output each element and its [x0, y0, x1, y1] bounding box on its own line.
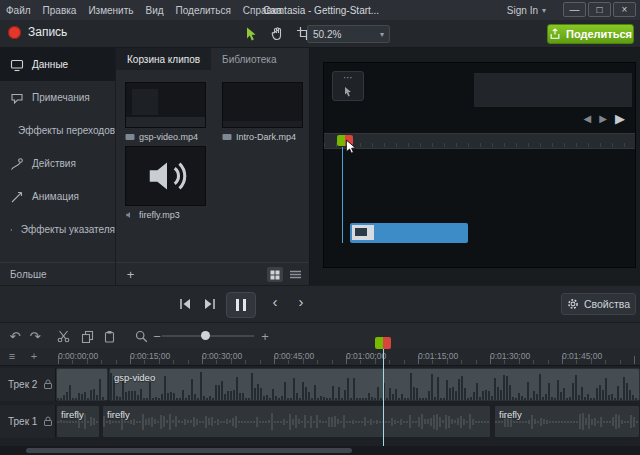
track-header-1[interactable]: Трек 1 — [0, 405, 56, 438]
paste-button[interactable] — [100, 328, 118, 344]
menu-share[interactable]: Поделиться — [170, 0, 237, 20]
ruler-label: 0:00:30;00 — [202, 351, 242, 361]
mouse-cursor — [345, 139, 357, 154]
close-button[interactable]: × — [613, 2, 636, 17]
menu-view[interactable]: Вид — [139, 0, 169, 20]
toolbar: Запись 50.2% ▾ Поделиться — [0, 20, 640, 48]
sidebar-item-label: Эффекты переходов — [18, 125, 115, 136]
media-thumb-firefly[interactable] — [125, 146, 206, 206]
sidebar: Данные Примечания Эффекты переходов Дейс… — [0, 48, 116, 285]
copy-icon — [81, 330, 94, 343]
scrollbar-handle[interactable] — [26, 448, 352, 453]
more-label: Больше — [10, 269, 47, 280]
maximize-button[interactable]: □ — [588, 2, 611, 17]
clip-label: firefly — [499, 409, 522, 420]
sidebar-item-animations[interactable]: Анимация — [0, 180, 115, 213]
video-preview[interactable]: ⋯ ◀ ▶ ▶ — [323, 62, 636, 268]
sidebar-item-transitions[interactable]: Эффекты переходов — [0, 114, 115, 147]
sidebar-item-cursor-effects[interactable]: Эффекты указателя — [0, 213, 115, 246]
preview-panel-rect — [474, 73, 632, 107]
clip-firefly-1[interactable]: firefly — [56, 405, 100, 438]
ruler-label: 0:01:00;00 — [346, 351, 386, 361]
step-forward-button[interactable] — [201, 296, 219, 312]
list-view-button[interactable] — [287, 267, 303, 282]
canvas-tools — [243, 25, 312, 42]
add-track-icon[interactable]: + — [26, 350, 42, 362]
media-icon — [10, 58, 24, 72]
zoom-value: 50.2% — [313, 29, 341, 40]
lock-icon[interactable] — [43, 416, 53, 427]
track-options-icon[interactable]: ≡ — [4, 350, 20, 362]
cursor-icon — [244, 26, 259, 41]
sidebar-item-media[interactable]: Данные — [0, 48, 115, 81]
tab-clip-bin[interactable]: Корзина клипов — [116, 48, 211, 70]
share-button[interactable]: Поделиться — [547, 24, 634, 44]
media-label-gsp-video[interactable]: gsp-video.mp4 — [125, 132, 198, 142]
waveform — [110, 369, 639, 400]
media-thumb-intro-dark[interactable] — [222, 82, 303, 128]
timeline: ≡ + 0:00:00;00 0:00:15;00 0:00:30;00 0:0… — [0, 348, 640, 455]
media-label-firefly[interactable]: firefly.mp3 — [125, 210, 180, 220]
bin-bottom-bar: + — [116, 262, 309, 285]
next-clip-button[interactable]: › — [292, 293, 310, 310]
canvas-area: ⋯ ◀ ▶ ▶ — [310, 48, 640, 285]
properties-button[interactable]: Свойства — [561, 293, 636, 315]
add-media-button[interactable]: + — [122, 266, 139, 283]
menu-edit[interactable]: Правка — [37, 0, 83, 20]
cut-button[interactable] — [54, 328, 72, 344]
track-name: Трек 1 — [8, 416, 37, 427]
clip-firefly-2[interactable]: firefly — [102, 405, 491, 438]
sidebar-more-button[interactable]: Больше — [0, 262, 115, 285]
redo-button[interactable]: ↷ — [26, 328, 44, 344]
hand-icon — [270, 26, 285, 41]
zoom-select[interactable]: 50.2% ▾ — [307, 25, 390, 43]
signin-menu[interactable]: Sign In ▾ — [507, 0, 546, 20]
sidebar-item-label: Действия — [32, 158, 76, 169]
copy-button[interactable] — [78, 328, 96, 344]
sidebar-item-annotations[interactable]: Примечания — [0, 81, 115, 114]
record-button[interactable]: Запись — [8, 25, 67, 39]
grid-view-button[interactable] — [267, 267, 283, 282]
tab-library[interactable]: Библиотека — [211, 48, 287, 70]
menu-modify[interactable]: Изменить — [82, 0, 139, 20]
playhead-line[interactable] — [383, 349, 384, 446]
pan-tool-button[interactable] — [269, 25, 286, 42]
sidebar-item-label: Примечания — [32, 92, 90, 103]
audio-file-icon — [125, 210, 135, 220]
preview-clip-thumb — [352, 225, 374, 240]
pause-icon — [236, 299, 239, 311]
playhead-out-handle[interactable] — [383, 337, 391, 349]
media-name: Intro-Dark.mp4 — [236, 132, 296, 142]
menu-file[interactable]: Файл — [0, 0, 37, 20]
clip-firefly-3[interactable]: firefly — [494, 405, 640, 438]
pause-button[interactable] — [226, 292, 256, 318]
previous-clip-button[interactable]: ‹ — [266, 293, 284, 310]
ruler-label: 0:00:00;00 — [58, 351, 98, 361]
preview-transport: ◀ ▶ ▶ — [584, 111, 625, 126]
playhead-in-handle[interactable] — [375, 337, 383, 349]
play-icon: ▶ — [615, 111, 625, 126]
undo-button[interactable]: ↶ — [6, 328, 24, 344]
thumb-preview-strip — [126, 117, 205, 127]
media-label-intro-dark[interactable]: Intro-Dark.mp4 — [222, 132, 296, 142]
minimize-button[interactable]: — — [563, 2, 586, 17]
scissors-icon — [57, 330, 70, 343]
chevron-down-icon: ▾ — [542, 6, 546, 15]
lock-icon[interactable] — [43, 379, 53, 390]
record-icon — [8, 26, 21, 39]
zoom-in-button[interactable]: + — [256, 328, 274, 344]
timeline-zoom-slider-handle[interactable] — [201, 331, 210, 340]
timeline-scrollbar[interactable] — [0, 446, 640, 455]
track-header-2[interactable]: Трек 2 — [0, 368, 56, 401]
clip-gsp-video[interactable]: gsp-video — [109, 368, 640, 401]
select-tool-button[interactable] — [243, 25, 260, 42]
preview-clip-bar — [350, 223, 468, 243]
step-back-button[interactable] — [176, 296, 194, 312]
clip-gsp-video-head[interactable] — [56, 368, 108, 401]
timeline-ruler[interactable]: ≡ + 0:00:00;00 0:00:15;00 0:00:30;00 0:0… — [0, 348, 640, 366]
cursor-effects-icon — [10, 223, 13, 237]
media-thumb-gsp-video[interactable] — [125, 82, 206, 128]
camtasia-window: Файл Правка Изменить Вид Поделиться Спра… — [0, 0, 640, 455]
sidebar-item-behaviors[interactable]: Действия — [0, 147, 115, 180]
preview-overlay-toolbar: ⋯ — [332, 71, 364, 101]
